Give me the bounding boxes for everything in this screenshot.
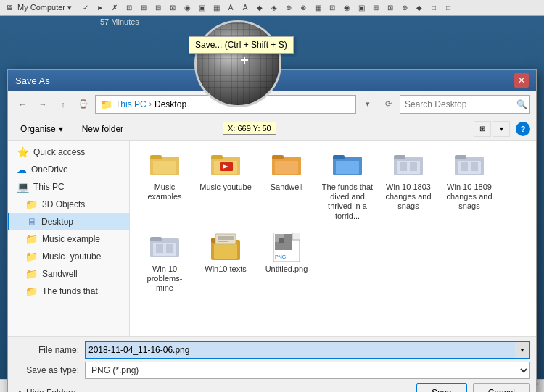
search-input[interactable] [405,99,514,109]
main-area: ⭐ Quick access ☁ OneDrive 💻 This PC 📁 3D… [8,141,536,336]
organise-button[interactable]: Organise ▾ [14,121,70,137]
folder-sandwell-icon [272,151,301,180]
coords-text: X: 669 Y: 50 [228,124,271,133]
sidebar-item-quick-access[interactable]: ⭐ Quick access [8,143,129,161]
sidebar-item-music-youtube[interactable]: 📁 Music- youtube [8,248,129,265]
quick-access-label: Quick access [33,147,85,157]
my-computer-label: My Computer ▾ [17,3,72,12]
svg-rect-28 [156,244,163,253]
the-funds-icon: 📁 [25,285,38,297]
breadcrumb-this-pc[interactable]: This PC [115,99,147,109]
save-button[interactable]: Save [416,383,467,392]
t16[interactable]: ⊗ [297,1,310,14]
svg-rect-23 [461,162,468,171]
breadcrumb-desktop[interactable]: Desktop [154,99,186,109]
t14[interactable]: ◈ [268,1,281,14]
svg-rect-29 [166,244,173,253]
t2[interactable]: ► [94,1,107,14]
filetype-select[interactable]: PNG (*.png) JPEG (*.jpg) BMP (*.bmp) GIF… [86,364,529,376]
t6[interactable]: ⊟ [152,1,165,14]
t7[interactable]: ⊠ [166,1,179,14]
t15[interactable]: ⊕ [282,1,295,14]
win10-1809-file-label: Win 10 1809 changes and snags [443,183,495,212]
t9[interactable]: ▣ [195,1,208,14]
t17[interactable]: ▦ [311,1,324,14]
t26[interactable]: □ [442,1,455,14]
sidebar-item-music-examples[interactable]: 📁 Music example [8,230,129,248]
view-dropdown-button[interactable]: ▾ [493,121,510,137]
file-item-win10-1809[interactable]: Win 10 1809 changes and snags [440,146,498,225]
t18[interactable]: ⊡ [326,1,339,14]
file-area: Music examples Music-youtube [130,141,536,336]
folder-win10-1803-icon [394,151,423,180]
file-item-win10-texts[interactable]: Win10 texts [197,228,255,298]
folder-win10-problems-icon [150,233,179,262]
t8[interactable]: ◉ [181,1,194,14]
crosshair-icon [241,57,248,64]
organise-label: Organise [20,124,56,134]
sidebar-item-the-funds[interactable]: 📁 The funds that [8,283,129,300]
nav-bar: ← → ↑ ⌚ 📁 This PC › Desktop ▾ ⟳ 🔍 [8,91,536,117]
filetype-label: Save as type: [14,365,79,375]
t10[interactable]: ▦ [210,1,223,14]
recent-button[interactable]: ⌚ [75,96,92,113]
forward-button[interactable]: → [34,96,51,113]
hide-folders-button[interactable]: ∧ Hide Folders [14,386,78,392]
t22[interactable]: ⊠ [384,1,397,14]
desktop-folder-icon: 🖥 [27,216,37,228]
onedrive-label: OneDrive [31,164,68,175]
refresh-button[interactable]: ⟳ [379,96,397,113]
folder-the-funds-icon [333,151,362,180]
breadcrumb-dropdown[interactable]: ▾ [359,96,376,113]
svg-rect-19 [410,162,417,171]
music-examples-label: Music example [42,234,100,244]
search-box[interactable]: 🔍 [400,95,530,114]
t24[interactable]: ◆ [413,1,426,14]
file-item-the-funds[interactable]: The funds that dived and thrived in a to… [318,146,376,225]
t13[interactable]: ◆ [253,1,266,14]
onedrive-icon: ☁ [17,164,27,175]
the-funds-file-label: The funds that dived and thrived in a to… [321,183,374,221]
this-pc-label: This PC [33,182,65,192]
t19[interactable]: ◉ [340,1,353,14]
t4[interactable]: ⊡ [123,1,136,14]
t12[interactable]: A [239,1,252,14]
music-examples-icon: 📁 [25,233,38,245]
filetype-select-wrap: PNG (*.png) JPEG (*.jpg) BMP (*.bmp) GIF… [85,362,530,379]
avatar-image [197,22,279,105]
cancel-button[interactable]: Cancel [473,383,530,392]
folder-win10-1809-icon [455,151,484,180]
t1[interactable]: ✓ [79,1,92,14]
t23[interactable]: ⊕ [398,1,411,14]
sidebar-item-onedrive[interactable]: ☁ OneDrive [8,161,129,178]
t5[interactable]: ⊞ [137,1,150,14]
file-item-music-youtube[interactable]: Music-youtube [197,146,255,225]
t21[interactable]: ⊞ [369,1,382,14]
close-button[interactable]: ✕ [514,73,529,88]
svg-rect-3 [153,161,176,174]
file-item-sandwell[interactable]: Sandwell [257,146,316,225]
sandwell-icon: 📁 [25,268,38,280]
back-button[interactable]: ← [14,96,31,113]
t3[interactable]: ✗ [108,1,121,14]
sidebar-item-sandwell[interactable]: 📁 Sandwell [8,265,129,283]
sidebar-item-3d-objects[interactable]: 📁 3D Objects [8,196,129,213]
up-button[interactable]: ↑ [54,96,72,113]
sidebar-item-desktop[interactable]: 🖥 Desktop [8,213,129,230]
hide-folders-arrow-icon: ∧ [17,388,23,392]
file-item-music-examples[interactable]: Music examples [136,146,194,225]
sidebar-item-this-pc[interactable]: 💻 This PC [8,178,129,196]
file-item-win10-1803[interactable]: Win 10 1803 changes and snags [379,146,437,225]
t11[interactable]: A [224,1,237,14]
file-item-win10-problems[interactable]: Win 10 problems-mine [136,228,194,298]
desktop-label: Desktop [41,217,73,227]
filename-input[interactable] [86,345,515,355]
new-folder-button[interactable]: New folder [75,121,130,137]
help-button[interactable]: ? [516,122,530,136]
t25[interactable]: □ [427,1,440,14]
filename-dropdown-btn[interactable]: ▾ [515,342,529,358]
view-grid-button[interactable]: ⊞ [474,121,491,137]
t20[interactable]: ▣ [355,1,368,14]
folder-music-youtube-icon [211,151,240,180]
file-item-untitled-png[interactable]: PNG Untitled.png [257,228,316,298]
